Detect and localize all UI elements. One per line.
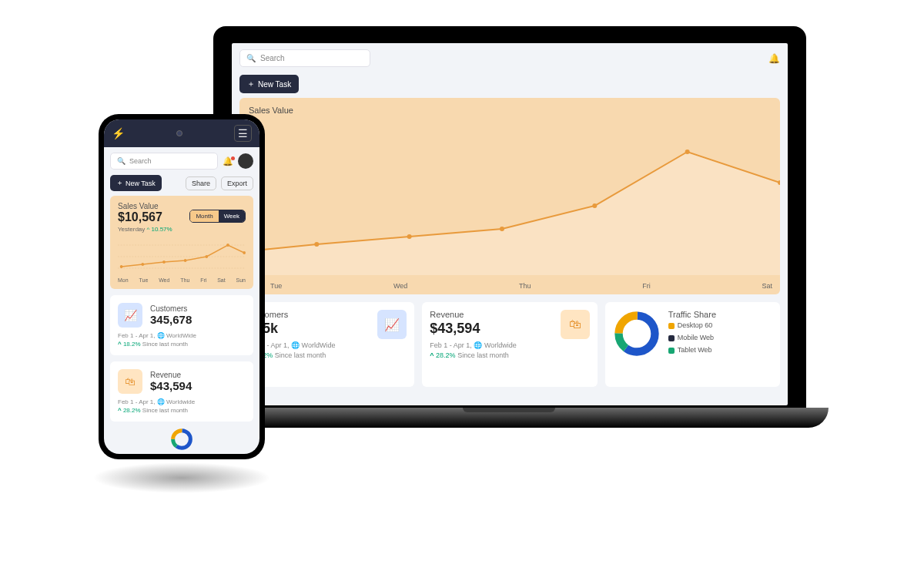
svg-point-16 bbox=[162, 260, 166, 264]
new-task-button[interactable]: ＋ New Task bbox=[239, 75, 299, 93]
svg-point-20 bbox=[243, 251, 246, 254]
topbar: 🔍 Search 🔔 bbox=[232, 43, 788, 73]
svg-point-15 bbox=[141, 263, 144, 266]
svg-point-4 bbox=[592, 203, 597, 208]
new-task-label: New Task bbox=[126, 180, 156, 187]
stat-cards-row: 📈 Customers 345k Feb 1 - Apr 1, 🌐 WorldW… bbox=[232, 294, 788, 395]
toggle-week[interactable]: Week bbox=[219, 210, 245, 222]
notification-bell-icon[interactable]: 🔔 bbox=[223, 156, 233, 166]
revenue-delta: 28.2% Since last month bbox=[118, 407, 246, 414]
customers-card-mobile[interactable]: 📈 Customers 345,678 Feb 1 - Apr 1, 🌐 Wor… bbox=[110, 295, 253, 355]
revenue-delta: 28.2% Since last month bbox=[430, 351, 589, 359]
revenue-title: Revenue bbox=[150, 371, 192, 379]
search-input[interactable]: 🔍 Search bbox=[110, 153, 218, 170]
sales-chart-panel: Sales Value Tue Wed Thu Fri Sat bbox=[239, 98, 780, 294]
search-icon: 🔍 bbox=[246, 54, 256, 62]
sales-chart-title: Sales Value bbox=[249, 106, 771, 115]
revenue-card-mobile[interactable]: 🛍 Revenue $43,594 Feb 1 - Apr 1, 🌐 World… bbox=[110, 361, 253, 422]
traffic-card[interactable]: Traffic Share Desktop 60 Mobile Web Tabl… bbox=[605, 302, 780, 387]
sales-card-mobile: Sales Value $10,567 Month Week Yesterday… bbox=[110, 196, 253, 289]
new-task-button[interactable]: ＋ New Task bbox=[110, 175, 162, 191]
x-label: Wed bbox=[393, 282, 407, 290]
laptop-mockup: 🔍 Search 🔔 ＋ New Task Sales Value bbox=[189, 26, 829, 469]
svg-point-17 bbox=[184, 259, 187, 262]
customers-range: Feb 1 - Apr 1, 🌐 WorldWide bbox=[247, 341, 407, 349]
toggle-month[interactable]: Month bbox=[190, 210, 218, 222]
svg-point-2 bbox=[407, 234, 412, 239]
mini-chart-labels: MonTueWed ThuFriSatSun bbox=[118, 277, 246, 283]
svg-point-5 bbox=[685, 150, 690, 154]
mobile-toolbar: ＋ New Task Share Export bbox=[104, 175, 259, 196]
new-task-label: New Task bbox=[258, 80, 291, 89]
plus-icon: ＋ bbox=[247, 79, 255, 89]
search-placeholder: Search bbox=[260, 54, 285, 62]
logo-bolt-icon[interactable]: ⚡ bbox=[112, 127, 125, 139]
customers-card[interactable]: 📈 Customers 345k Feb 1 - Apr 1, 🌐 WorldW… bbox=[239, 302, 414, 387]
svg-point-19 bbox=[226, 244, 229, 247]
svg-point-14 bbox=[120, 265, 123, 268]
search-icon: 🔍 bbox=[117, 157, 126, 165]
revenue-icon: 🛍 bbox=[118, 369, 142, 394]
search-placeholder: Search bbox=[129, 157, 152, 165]
yesterday-delta: Yesterday ^ 10.57% bbox=[118, 226, 246, 233]
search-input[interactable]: 🔍 Search bbox=[239, 49, 370, 67]
revenue-range: Feb 1 - Apr 1, 🌐 Worldwide bbox=[118, 398, 246, 405]
sales-line-chart bbox=[239, 121, 780, 275]
mobile-header: ⚡ ☰ bbox=[104, 119, 259, 147]
x-label: Thu bbox=[519, 282, 531, 290]
camera-dot bbox=[176, 130, 182, 136]
chart-x-labels: Tue Wed Thu Fri Sat bbox=[270, 282, 772, 290]
customers-delta: 18.2% Since last month bbox=[247, 351, 407, 359]
x-label: Fri bbox=[642, 282, 651, 290]
laptop-lip bbox=[463, 408, 555, 412]
menu-burger-icon[interactable]: ☰ bbox=[234, 125, 252, 142]
customers-delta: 18.2% Since last month bbox=[118, 341, 246, 348]
traffic-donut-mobile bbox=[143, 428, 220, 451]
revenue-value: $43,594 bbox=[150, 379, 192, 392]
traffic-donut-chart bbox=[613, 310, 661, 358]
svg-point-18 bbox=[205, 255, 208, 258]
dashboard-desktop: 🔍 Search 🔔 ＋ New Task Sales Value bbox=[232, 43, 788, 405]
customers-title: Customers bbox=[150, 304, 192, 313]
customers-icon: 📈 bbox=[377, 310, 407, 339]
customers-value: 345,678 bbox=[150, 313, 192, 326]
phone-shadow bbox=[92, 462, 271, 493]
user-avatar[interactable] bbox=[238, 153, 253, 169]
svg-point-1 bbox=[314, 242, 319, 247]
dashboard-mobile: ⚡ ☰ 🔍 Search 🔔 ＋ New Task Share Export S… bbox=[104, 119, 259, 454]
laptop-screen: 🔍 Search 🔔 ＋ New Task Sales Value bbox=[213, 26, 806, 419]
mobile-topbar: 🔍 Search 🔔 bbox=[104, 147, 259, 175]
phone-mockup: ⚡ ☰ 🔍 Search 🔔 ＋ New Task Share Export S… bbox=[99, 114, 265, 459]
period-toggle: Month Week bbox=[189, 210, 246, 223]
revenue-card[interactable]: 🛍 Revenue $43,594 Feb 1 - Apr 1, 🌐 World… bbox=[422, 302, 597, 387]
revenue-range: Feb 1 - Apr 1, 🌐 Worldwide bbox=[430, 341, 589, 349]
customers-range: Feb 1 - Apr 1, 🌐 WorldWide bbox=[118, 332, 246, 339]
export-button[interactable]: Export bbox=[221, 176, 253, 190]
share-button[interactable]: Share bbox=[186, 176, 216, 190]
sales-mini-chart bbox=[118, 237, 246, 276]
x-label: Tue bbox=[270, 282, 282, 290]
svg-point-3 bbox=[500, 227, 504, 231]
customers-icon: 📈 bbox=[118, 303, 142, 328]
plus-icon: ＋ bbox=[116, 178, 123, 188]
revenue-icon: 🛍 bbox=[561, 310, 590, 339]
x-label: Sat bbox=[762, 282, 772, 290]
notification-bell-icon[interactable]: 🔔 bbox=[768, 53, 780, 64]
